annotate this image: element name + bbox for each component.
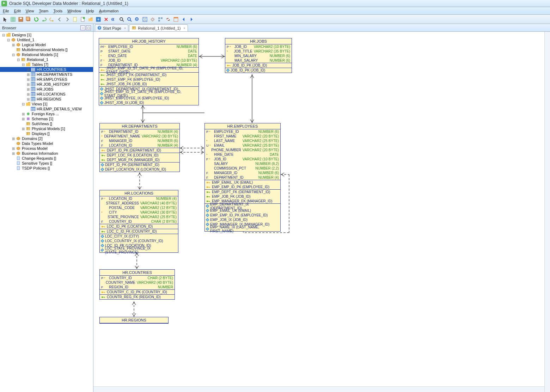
tree-item[interactable]: ⊞Foreign Keys ... bbox=[0, 111, 93, 116]
tree-item[interactable]: ⊞Schemas [1] bbox=[0, 116, 93, 121]
tree-item[interactable]: ⊞HR.JOB_HISTORY bbox=[0, 82, 93, 87]
tree-item[interactable]: ⊞Physical Models [1] bbox=[0, 126, 93, 131]
find-icon[interactable] bbox=[118, 16, 125, 23]
fit-icon[interactable] bbox=[142, 16, 148, 23]
tree-item[interactable]: ⊞Logical Model bbox=[0, 42, 93, 47]
tab-close-icon[interactable]: × bbox=[183, 26, 185, 30]
entity-job_history[interactable]: HR.JOB_HISTORYPF*EMPLOYEE_IDNUMBER (6)PS… bbox=[99, 38, 199, 105]
save-icon[interactable] bbox=[18, 16, 24, 23]
tree-expand-icon[interactable]: ⊞ bbox=[21, 127, 25, 131]
tree-item[interactable]: ⊞Business Information bbox=[0, 151, 93, 156]
redo-icon[interactable] bbox=[49, 16, 55, 23]
tree-expand-icon[interactable]: ⊟ bbox=[1, 33, 6, 37]
tree-expand-icon[interactable]: ⊞ bbox=[21, 117, 25, 121]
tree-expand-icon[interactable]: ⊟ bbox=[6, 38, 11, 42]
tree-expand-icon[interactable]: ⊞ bbox=[11, 137, 16, 141]
tree-expand-icon[interactable]: ⊞ bbox=[26, 73, 30, 76]
tree-item[interactable]: ⊞HR.COUNTRIES bbox=[0, 67, 93, 72]
tree-item[interactable]: ⊞HR.DEPARTMENTS bbox=[0, 72, 93, 77]
tab-close-icon[interactable]: × bbox=[124, 26, 126, 30]
new-icon[interactable] bbox=[72, 16, 78, 23]
tree-expand-icon[interactable]: ⊞ bbox=[11, 147, 16, 151]
tree-item[interactable]: ⊞HR.LOCATIONS bbox=[0, 92, 93, 97]
entity-employees[interactable]: HR.EMPLOYEESP *EMPLOYEE_IDNUMBER (6)FIRS… bbox=[204, 123, 281, 232]
horizontal-scrollbar[interactable] bbox=[93, 386, 544, 392]
win-icon[interactable] bbox=[173, 16, 179, 23]
link-icon[interactable] bbox=[165, 16, 171, 23]
pane-minimize-icon[interactable]: – bbox=[80, 25, 85, 30]
fwd-icon[interactable] bbox=[64, 16, 71, 23]
tree-item[interactable]: ⊞HR.REGIONS bbox=[0, 97, 93, 102]
entity-locations[interactable]: HR.LOCATIONSP *LOCATION_IDNUMBER (4)STRE… bbox=[99, 190, 178, 253]
entity-jobs[interactable]: HR.JOBSP *JOB_IDVARCHAR2 (10 BYTE)*JOB_T… bbox=[225, 38, 292, 73]
prev-icon[interactable] bbox=[181, 16, 187, 23]
zoom-icon[interactable] bbox=[126, 16, 133, 23]
menu-view[interactable]: View bbox=[26, 9, 34, 13]
tree-expand-icon[interactable]: ⊟ bbox=[21, 63, 25, 67]
tree-item[interactable]: TSDP Policies [] bbox=[0, 166, 93, 171]
gear-icon[interactable] bbox=[149, 16, 156, 23]
menu-window[interactable]: Window bbox=[67, 9, 81, 13]
tab-relational-1-untitled-1-[interactable]: Relational_1 (Untitled_1)× bbox=[129, 24, 188, 31]
menu-automation[interactable]: Automation bbox=[99, 9, 119, 13]
tree-expand-icon[interactable]: ⊞ bbox=[11, 43, 16, 47]
editor-tabs[interactable]: ?Start Page×Relational_1 (Untitled_1)× bbox=[93, 24, 550, 32]
tab-start-page[interactable]: ?Start Page× bbox=[95, 24, 128, 31]
tree-item[interactable]: ⊟Relational Models [1] bbox=[0, 52, 93, 57]
entity-countries[interactable]: HR.COUNTRIESP *COUNTRY_IDCHAR (2 BYTE)CO… bbox=[99, 269, 175, 300]
undo-icon[interactable] bbox=[41, 16, 47, 23]
tree-expand-icon[interactable]: ⊟ bbox=[21, 102, 25, 106]
tree-expand-icon[interactable]: ⊞ bbox=[26, 78, 30, 81]
menu-help[interactable]: Help bbox=[86, 9, 94, 13]
tree-item[interactable]: Data Types Model bbox=[0, 141, 93, 146]
tree-item[interactable]: ⊟Relational_1 bbox=[0, 57, 93, 62]
tree-expand-icon[interactable]: ⊞ bbox=[21, 112, 25, 116]
tree-item[interactable]: ⊟Tables [7] bbox=[0, 62, 93, 67]
refresh-icon[interactable] bbox=[33, 16, 39, 23]
menu-bar[interactable]: FileEditViewTeamToolsWindowHelpAutomatio… bbox=[0, 7, 550, 15]
tree-expand-icon[interactable]: ⊞ bbox=[26, 82, 30, 86]
tree-expand-icon[interactable]: ⊞ bbox=[26, 68, 30, 72]
zoomout-icon[interactable] bbox=[111, 16, 117, 23]
tree-item[interactable]: ⊟Designs [1] bbox=[0, 32, 93, 37]
delete-icon[interactable] bbox=[103, 16, 109, 23]
next-icon[interactable] bbox=[188, 16, 195, 23]
menu-tools[interactable]: Tools bbox=[53, 9, 62, 13]
tree-item[interactable]: ⊟Views [1] bbox=[0, 102, 93, 106]
open-icon[interactable] bbox=[87, 16, 94, 23]
tree-item[interactable]: Multidimensional Models [] bbox=[0, 47, 93, 52]
tree-expand-icon[interactable]: ⊞ bbox=[26, 92, 30, 96]
vertical-scrollbar[interactable] bbox=[544, 32, 550, 392]
grid-icon[interactable] bbox=[10, 16, 16, 23]
entity-regions[interactable]: HR.REGIONS bbox=[99, 317, 169, 324]
tree-item[interactable]: ⊞HR.JOBS bbox=[0, 87, 93, 92]
menu-file[interactable]: File bbox=[3, 9, 9, 13]
browser-tree[interactable]: ⊟Designs [1]⊟Untitled_1⊞Logical ModelMul… bbox=[0, 32, 93, 392]
tree-item[interactable]: SubViews [] bbox=[0, 121, 93, 126]
menu-edit[interactable]: Edit bbox=[14, 9, 21, 13]
tree-item[interactable]: ⊞HR.EMPLOYEES bbox=[0, 77, 93, 82]
grp-icon[interactable] bbox=[157, 16, 164, 23]
tree-item[interactable]: ⊞Domains [2] bbox=[0, 136, 93, 141]
diagram-canvas[interactable]: HR.JOB_HISTORYPF*EMPLOYEE_IDNUMBER (6)PS… bbox=[93, 32, 550, 392]
tree-expand-icon[interactable]: ⊟ bbox=[11, 53, 16, 57]
tree-expand-icon[interactable]: ⊞ bbox=[26, 87, 30, 91]
tree-expand-icon[interactable]: ⊞ bbox=[26, 97, 30, 101]
zoomin-icon[interactable] bbox=[134, 16, 140, 23]
menu-team[interactable]: Team bbox=[39, 9, 48, 13]
pointer-icon[interactable] bbox=[2, 16, 8, 23]
back-icon[interactable] bbox=[56, 16, 63, 23]
tree-item[interactable]: ⊞Process Model bbox=[0, 146, 93, 151]
import-icon[interactable] bbox=[95, 16, 102, 23]
tree-item[interactable]: HR.EMP_DETAILS_VIEW bbox=[0, 106, 93, 111]
saveall-icon[interactable] bbox=[25, 16, 32, 23]
pane-maximize-icon[interactable]: ▢ bbox=[86, 25, 91, 30]
tree-expand-icon[interactable]: ⊞ bbox=[11, 152, 16, 155]
tree-expand-icon[interactable]: ⊟ bbox=[16, 58, 20, 62]
tree-item[interactable]: Displays [] bbox=[0, 131, 93, 136]
tree-item[interactable]: ⊟Untitled_1 bbox=[0, 37, 93, 42]
tree-item[interactable]: Sensitive Types [] bbox=[0, 161, 93, 166]
newfile-icon[interactable] bbox=[80, 16, 86, 23]
entity-departments[interactable]: HR.DEPARTMENTSP *DEPARTMENT_IDNUMBER (4)… bbox=[99, 123, 180, 172]
tree-item[interactable]: Change Requests [] bbox=[0, 156, 93, 161]
